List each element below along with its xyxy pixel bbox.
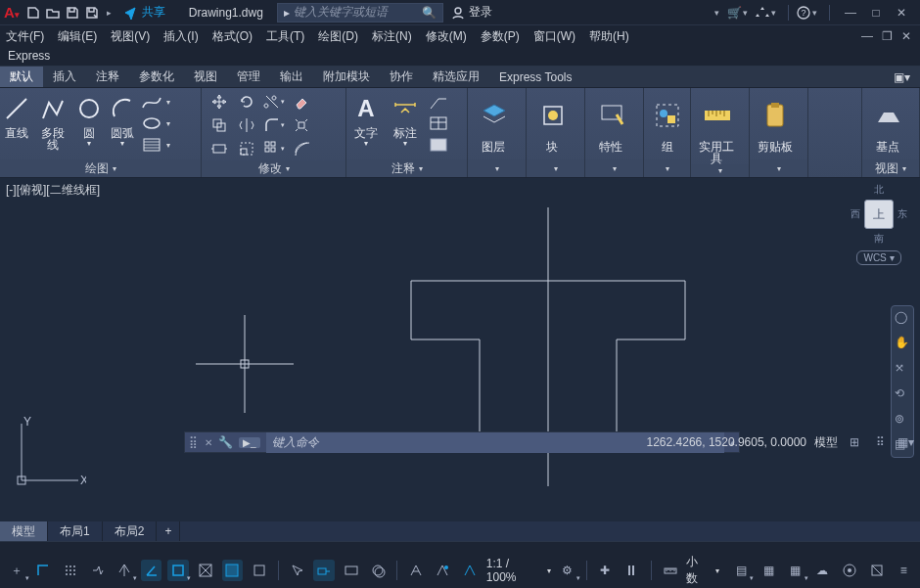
- menu-edit[interactable]: 编辑(E): [58, 28, 97, 45]
- mdi-min[interactable]: —: [859, 29, 875, 43]
- nav-orbit[interactable]: ⟲: [895, 386, 910, 402]
- menu-help[interactable]: 帮助(H): [589, 28, 629, 45]
- sb-polar[interactable]: ▾: [114, 560, 135, 581]
- sb-sel[interactable]: [287, 560, 308, 581]
- login-dropdown[interactable]: ▾: [714, 8, 719, 18]
- tab-featured[interactable]: 精选应用: [423, 67, 489, 87]
- qat-dropdown[interactable]: ▸: [107, 8, 112, 18]
- sb-trans[interactable]: [249, 560, 270, 581]
- nav-pan[interactable]: ✋: [895, 336, 910, 351]
- wcs-label[interactable]: WCS ▾: [856, 250, 900, 265]
- coords-readout[interactable]: 1262.4266, 1520.9605, 0.0000: [647, 435, 807, 449]
- icon-cloud[interactable]: [429, 137, 448, 153]
- panel-layers[interactable]: 图层 ▾: [468, 88, 527, 177]
- apps-icon[interactable]: [754, 6, 771, 20]
- sb-lwt[interactable]: [222, 560, 244, 581]
- sb-layout[interactable]: ▦: [758, 560, 779, 581]
- sb-perf[interactable]: [621, 560, 643, 581]
- sb-hardware[interactable]: [839, 560, 860, 581]
- sb-cycle[interactable]: [368, 560, 390, 581]
- tab-manage[interactable]: 管理: [227, 67, 270, 87]
- tab-layout1[interactable]: 布局1: [48, 521, 103, 541]
- share-button[interactable]: 共享: [122, 4, 165, 21]
- panel-annotate-label[interactable]: 注释▾: [346, 159, 467, 177]
- mdi-close[interactable]: ✕: [898, 29, 914, 43]
- sb-snap[interactable]: [87, 560, 109, 581]
- nav-full[interactable]: ◯: [895, 310, 910, 326]
- sb-grid[interactable]: [60, 560, 81, 581]
- tab-default[interactable]: 默认: [0, 67, 43, 87]
- tab-output[interactable]: 输出: [270, 67, 313, 87]
- sb-osnap[interactable]: ▾: [167, 560, 189, 581]
- drawing-area[interactable]: [-][俯视][二维线框] X Y 北 西 上 东 南 WCS ▾ ◯: [0, 178, 920, 521]
- icon-fillet[interactable]: ▾: [260, 113, 288, 137]
- sb-zoom[interactable]: 1:1 / 100%: [486, 557, 541, 584]
- icon-explode[interactable]: [288, 113, 315, 137]
- grid-btn[interactable]: ⊞: [846, 433, 863, 451]
- space-label[interactable]: 模型: [814, 434, 838, 451]
- menu-modify[interactable]: 修改(M): [426, 28, 467, 45]
- sb-layout2[interactable]: ▦▾: [785, 560, 806, 581]
- btn-polyline[interactable]: 多段线: [33, 88, 72, 159]
- sb-units[interactable]: 小数: [686, 554, 710, 587]
- save-icon[interactable]: [65, 5, 80, 21]
- sb-angle[interactable]: [141, 560, 162, 581]
- nav-zoom[interactable]: ⤧: [895, 361, 910, 377]
- search-box[interactable]: ▸ 键入关键字或短语 🔍: [277, 3, 443, 23]
- sb-clean[interactable]: [866, 560, 888, 581]
- sb-plus[interactable]: ＋▾: [6, 560, 27, 581]
- tab-insert[interactable]: 插入: [43, 67, 86, 87]
- icon-stretch[interactable]: [206, 137, 233, 160]
- menu-view[interactable]: 视图(V): [111, 28, 150, 45]
- btn-dim[interactable]: 标注▾: [386, 88, 425, 159]
- sb-annscale[interactable]: [433, 560, 454, 581]
- panel-group[interactable]: 组 ▾: [644, 88, 691, 177]
- sb-gear[interactable]: ⚙▾: [557, 560, 578, 581]
- cmd-customize[interactable]: 🔧: [218, 435, 233, 449]
- menu-param[interactable]: 参数(P): [481, 28, 520, 45]
- panel-utils[interactable]: 实用工具 ▾: [691, 88, 750, 177]
- tab-parametric[interactable]: 参数化: [129, 67, 184, 87]
- icon-offset[interactable]: [288, 137, 315, 160]
- icon-rotate[interactable]: [233, 90, 260, 113]
- icon-array[interactable]: ▾: [260, 137, 288, 160]
- menu-dim[interactable]: 标注(N): [372, 28, 412, 45]
- tab-annotate[interactable]: 注释: [86, 67, 129, 87]
- btn-line[interactable]: 直线: [0, 88, 33, 159]
- sb-ann[interactable]: [405, 560, 427, 581]
- tab-collab[interactable]: 协作: [380, 67, 423, 87]
- close-button[interactable]: ✕: [891, 5, 912, 21]
- icon-ellipse[interactable]: [141, 114, 162, 132]
- panel-draw-label[interactable]: 绘图▾: [0, 159, 201, 177]
- sb-ws[interactable]: ✚: [595, 560, 617, 581]
- nav-steering[interactable]: ⊚: [895, 412, 910, 428]
- new-icon[interactable]: [25, 5, 41, 21]
- tab-express[interactable]: Express Tools: [489, 67, 581, 87]
- sb-ruler[interactable]: [660, 560, 681, 581]
- btn-circle[interactable]: 圆▾: [72, 88, 106, 159]
- tab-layout2[interactable]: 布局2: [103, 521, 158, 541]
- panel-properties[interactable]: 特性 ▾: [585, 88, 644, 177]
- tab-addins[interactable]: 附加模块: [313, 67, 380, 87]
- menu-file[interactable]: 文件(F): [6, 28, 44, 45]
- saveas-icon[interactable]: [84, 5, 100, 21]
- menu-insert[interactable]: 插入(I): [163, 28, 198, 45]
- icon-erase[interactable]: [288, 90, 315, 113]
- ribbon-focus[interactable]: ▣▾: [884, 67, 920, 87]
- mdi-restore[interactable]: ❐: [879, 29, 895, 43]
- cmd-grip[interactable]: ⣿: [189, 435, 199, 449]
- grid-btn2[interactable]: ⠿: [871, 433, 889, 451]
- icon-move[interactable]: [206, 90, 233, 113]
- panel-modify-label[interactable]: 修改▾: [202, 160, 345, 177]
- viewcube-top[interactable]: 上: [864, 200, 894, 229]
- tab-view[interactable]: 视图: [184, 67, 227, 87]
- sb-3dosnap[interactable]: [195, 560, 216, 581]
- panel-view-label[interactable]: 视图▾: [862, 159, 919, 177]
- open-icon[interactable]: [45, 5, 61, 21]
- icon-scale[interactable]: [233, 137, 260, 160]
- sb-annvis[interactable]: [459, 560, 481, 581]
- ucs-icon[interactable]: X Y: [10, 416, 86, 492]
- menu-tools[interactable]: 工具(T): [266, 28, 304, 45]
- sb-quick[interactable]: ▤▾: [731, 560, 753, 581]
- menu-draw[interactable]: 绘图(D): [318, 28, 358, 45]
